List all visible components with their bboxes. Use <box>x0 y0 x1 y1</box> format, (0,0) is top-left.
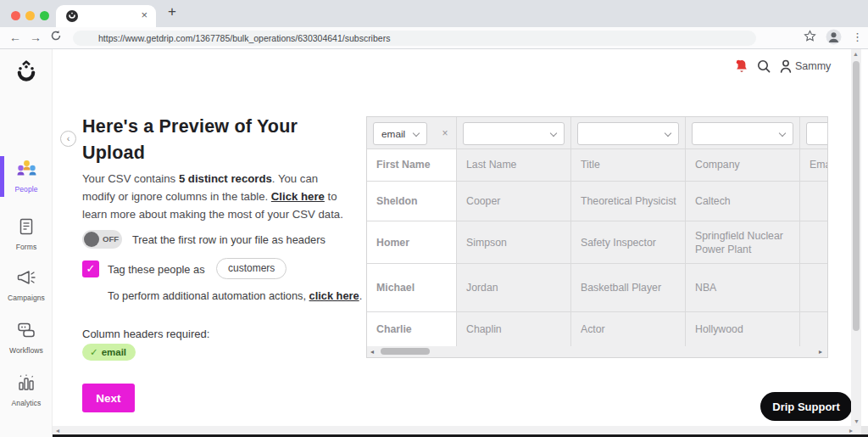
back-step-button[interactable]: ‹ <box>60 131 76 147</box>
bookmark-star-icon[interactable] <box>804 30 816 42</box>
window-zoom-button[interactable] <box>40 11 49 20</box>
browser-profile-avatar[interactable] <box>826 29 842 45</box>
badge-text: email <box>102 347 126 357</box>
reload-icon[interactable] <box>50 30 62 42</box>
sidebar-item-people[interactable]: People <box>0 159 53 193</box>
window-close-button[interactable] <box>11 11 20 20</box>
cell-title: Actor <box>571 312 686 346</box>
tag-checkbox[interactable]: ✓ <box>82 261 99 277</box>
table-horizontal-scrollbar[interactable]: ◂ ▸ <box>367 345 827 357</box>
scroll-right-icon[interactable]: ▸ <box>849 427 853 434</box>
scroll-left-icon[interactable]: ◂ <box>56 427 59 434</box>
back-icon[interactable]: ← <box>9 30 21 45</box>
automation-post: . <box>359 289 363 302</box>
sidebar-item-analytics[interactable]: Analytics <box>0 373 53 407</box>
sidebar-item-label: Analytics <box>0 399 53 407</box>
cell-title: Theoretical Physicist <box>571 182 686 221</box>
cell-email <box>800 221 827 263</box>
tab-close-icon[interactable]: × <box>141 8 147 21</box>
mapping-cell <box>457 117 571 148</box>
window-minimize-button[interactable] <box>25 11 35 20</box>
notifications-bell-icon[interactable] <box>734 59 749 75</box>
scroll-right-icon[interactable]: ▸ <box>819 348 822 356</box>
sidebar: People Forms Campaigns <box>0 49 53 437</box>
tag-label: Tag these people as <box>108 263 205 276</box>
new-tab-button[interactable]: + <box>168 3 176 20</box>
workflow-icon <box>15 320 37 340</box>
intro-paragraph: Your CSV contains 5 distinct records. Yo… <box>82 170 352 223</box>
user-icon[interactable] <box>778 59 793 74</box>
sidebar-item-label: Workflows <box>0 346 53 355</box>
chevron-down-icon <box>413 130 420 137</box>
cell-title: Safety Inspector <box>571 221 686 263</box>
column-mapping-select[interactable] <box>463 122 565 145</box>
sidebar-item-campaigns[interactable]: Campaigns <box>0 267 53 302</box>
cell-company: Caltech <box>686 182 800 221</box>
check-icon: ✓ <box>90 347 98 357</box>
chevron-down-icon <box>550 130 557 137</box>
next-button[interactable]: Next <box>82 384 135 412</box>
cell-company: NBA <box>686 264 800 311</box>
csv-preview-table: email × First Name Last Name Title Com <box>366 116 828 358</box>
browser-tab-strip: × + <box>0 0 868 27</box>
scrollbar-thumb[interactable] <box>381 348 430 355</box>
window-vertical-scrollbar[interactable]: ▲ ▼ <box>851 49 861 426</box>
column-header: Title <box>571 149 686 181</box>
first-row-headers-toggle[interactable]: OFF <box>82 230 122 249</box>
automation-line: To perform additional automation actions… <box>108 289 362 302</box>
bar-chart-icon <box>15 373 37 393</box>
browser-tab[interactable]: × <box>56 5 156 27</box>
scroll-left-icon[interactable]: ◂ <box>370 348 374 356</box>
form-icon <box>16 216 36 237</box>
sidebar-item-forms[interactable]: Forms <box>0 216 53 251</box>
column-header: Last Name <box>457 149 571 181</box>
search-icon[interactable] <box>756 59 771 74</box>
forward-icon[interactable]: → <box>30 30 42 45</box>
column-mapping-select[interactable] <box>577 122 679 145</box>
url-bar[interactable]: https://www.getdrip.com/1367785/bulk_ope… <box>73 31 756 46</box>
chevron-down-icon <box>779 130 786 137</box>
mapping-cell <box>686 117 800 148</box>
table-row: Michael Jordan Basketball Player NBA <box>367 264 827 312</box>
cell-first-name: Sheldon <box>367 182 457 221</box>
scroll-down-icon[interactable]: ▼ <box>854 418 860 424</box>
tag-value-pill[interactable]: customers <box>216 258 287 279</box>
mapping-cell <box>571 117 686 148</box>
column-header: Email <box>800 149 827 181</box>
cell-title: Basketball Player <box>571 264 686 311</box>
sidebar-item-label: Forms <box>0 243 53 251</box>
automation-link[interactable]: click here <box>309 289 359 302</box>
cell-last-name: Jordan <box>457 264 571 311</box>
cell-last-name: Cooper <box>457 182 571 221</box>
page-title: Here's a Preview of Your Upload <box>82 114 362 166</box>
sidebar-item-workflows[interactable]: Workflows <box>0 320 53 355</box>
table-row: Sheldon Cooper Theoretical Physicist Cal… <box>367 182 827 221</box>
toggle-label: Treat the first row in your file as head… <box>132 233 403 246</box>
toggle-knob <box>84 232 99 247</box>
column-header: First Name <box>367 149 457 181</box>
drip-favicon-icon <box>66 10 78 22</box>
drip-logo[interactable] <box>14 60 39 86</box>
cell-email <box>800 312 827 346</box>
people-icon <box>15 159 38 179</box>
url-text: https://www.getdrip.com/1367785/bulk_ope… <box>73 31 756 43</box>
scrollbar-thumb[interactable] <box>853 61 860 331</box>
browser-menu-icon[interactable]: ⋮ <box>852 30 863 45</box>
email-required-badge: ✓email <box>82 344 136 361</box>
table-header-row: First Name Last Name Title Company Email <box>367 149 827 182</box>
username-label[interactable]: Sammy <box>795 60 831 72</box>
column-header: Company <box>686 149 800 181</box>
scroll-up-icon[interactable]: ▲ <box>853 51 859 57</box>
column-mapping-row: email × <box>367 117 827 149</box>
cell-company: Hollywood <box>686 312 800 346</box>
column-mapping-select[interactable] <box>806 122 827 145</box>
column-mapping-select[interactable] <box>692 122 793 145</box>
remove-mapping-icon[interactable]: × <box>442 127 448 139</box>
cell-first-name: Homer <box>367 221 457 263</box>
drip-support-button[interactable]: Drip Support <box>760 392 852 421</box>
cell-last-name: Simpson <box>457 221 571 263</box>
email-mapping-select[interactable]: email <box>373 122 427 145</box>
sidebar-item-label: Campaigns <box>0 294 53 302</box>
learn-more-link[interactable]: Click here <box>271 190 325 203</box>
table-row: Charlie Chaplin Actor Hollywood <box>367 312 827 346</box>
